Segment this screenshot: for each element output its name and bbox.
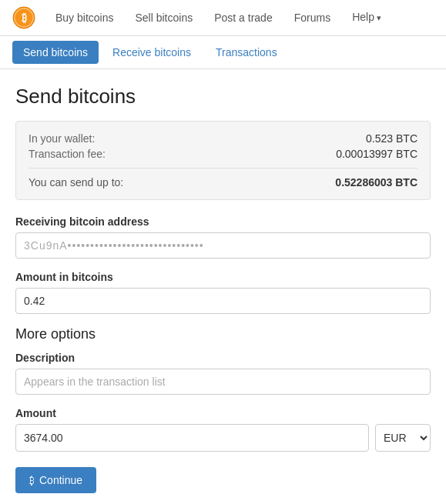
amount-fiat-field-group: Amount EUR USD GBP	[15, 407, 431, 452]
info-divider	[29, 168, 417, 169]
main-content: Send bitcoins In your wallet: 0.523 BTC …	[0, 69, 446, 504]
top-nav: ₿ Buy bitcoins Sell bitcoins Post a trad…	[0, 0, 446, 36]
page-title: Send bitcoins	[15, 85, 431, 108]
bitcoin-icon: ₿	[29, 475, 35, 486]
wallet-balance-value: 0.523 BTC	[366, 132, 417, 145]
currency-select[interactable]: EUR USD GBP	[375, 424, 431, 452]
tab-transactions[interactable]: Transactions	[205, 41, 288, 64]
tab-send-bitcoins[interactable]: Send bitcoins	[12, 41, 99, 64]
amount-btc-input[interactable]	[15, 288, 431, 314]
continue-button-label: Continue	[39, 474, 82, 486]
sub-nav: Send bitcoins Receive bitcoins Transacti…	[0, 36, 446, 69]
transaction-fee-label: Transaction fee:	[29, 148, 106, 160]
tab-receive-bitcoins[interactable]: Receive bitcoins	[102, 41, 202, 64]
description-input[interactable]	[15, 369, 431, 395]
description-label: Description	[15, 352, 431, 364]
nav-sell-bitcoins[interactable]: Sell bitcoins	[124, 0, 203, 36]
send-up-row: You can send up to: 0.52286003 BTC	[29, 176, 417, 189]
more-options-title: More options	[15, 326, 431, 342]
amount-fiat-label: Amount	[15, 407, 431, 419]
nav-post-a-trade[interactable]: Post a trade	[203, 0, 283, 36]
amount-currency-row: EUR USD GBP	[15, 424, 431, 452]
amount-btc-label: Amount in bitcoins	[15, 271, 431, 283]
nav-forums[interactable]: Forums	[283, 0, 341, 36]
wallet-info-box: In your wallet: 0.523 BTC Transaction fe…	[15, 121, 431, 200]
amount-btc-field-group: Amount in bitcoins	[15, 271, 431, 314]
address-field-group: Receiving bitcoin address	[15, 215, 431, 259]
send-up-value: 0.52286003 BTC	[335, 176, 417, 189]
description-field-group: Description	[15, 352, 431, 395]
continue-button[interactable]: ₿ Continue	[15, 467, 96, 493]
transaction-fee-value: 0.00013997 BTC	[336, 148, 417, 160]
transaction-fee-row: Transaction fee: 0.00013997 BTC	[29, 148, 417, 160]
address-label: Receiving bitcoin address	[15, 215, 431, 228]
svg-text:₿: ₿	[22, 12, 27, 24]
address-input[interactable]	[15, 232, 431, 259]
nav-buy-bitcoins[interactable]: Buy bitcoins	[45, 0, 124, 36]
send-up-label: You can send up to:	[29, 176, 123, 189]
nav-help[interactable]: Help	[341, 0, 392, 36]
amount-fiat-input[interactable]	[15, 424, 369, 452]
wallet-balance-label: In your wallet:	[29, 132, 95, 145]
wallet-balance-row: In your wallet: 0.523 BTC	[29, 132, 417, 145]
nav-links: Buy bitcoins Sell bitcoins Post a trade …	[45, 0, 392, 36]
logo[interactable]: ₿	[12, 6, 35, 29]
